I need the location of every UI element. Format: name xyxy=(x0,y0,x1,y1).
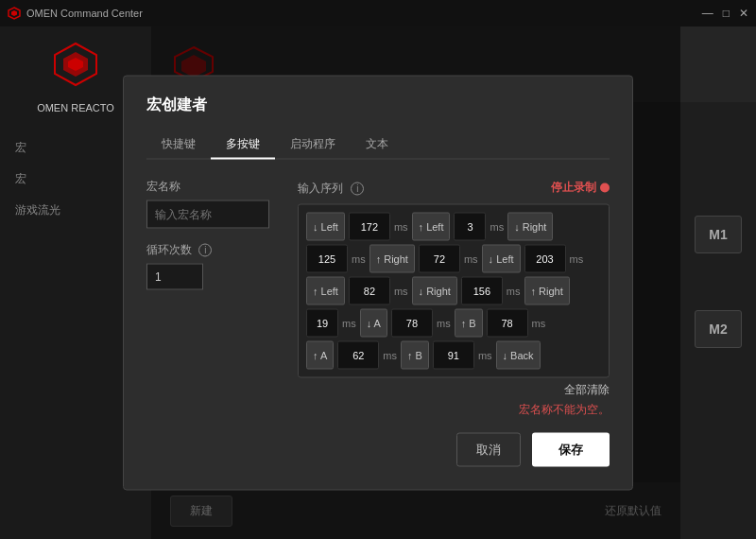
seq-row-3: ↑ Left ms ↓ Right ms ↑ Right xyxy=(306,277,601,305)
app-body: OMEN REACTO 宏 宏 游戏流光 M1 M2 新建 还原默认值 宏创建者 xyxy=(0,26,756,539)
m2-button[interactable]: M2 xyxy=(695,310,742,348)
loop-count-input[interactable] xyxy=(146,264,203,290)
cancel-button[interactable]: 取消 xyxy=(456,433,521,467)
title-bar-left: OMEN Command Center xyxy=(8,7,143,20)
key-up-left-1[interactable]: ↑ Left xyxy=(412,213,451,241)
tab-launch[interactable]: 启动程序 xyxy=(275,130,351,160)
ms-label-1: ms xyxy=(394,221,408,233)
key-down-left-2[interactable]: ↓ Left xyxy=(482,245,521,273)
ms-label-6: ms xyxy=(394,286,408,297)
ms-label-2: ms xyxy=(490,221,504,233)
key-up-b2[interactable]: ↑ B xyxy=(401,341,429,370)
sidebar-brand-text: OMEN REACTO xyxy=(37,102,114,113)
svg-marker-1 xyxy=(11,10,17,16)
key-up-left-2[interactable]: ↑ Left xyxy=(306,277,345,305)
key-up-b[interactable]: ↑ B xyxy=(455,309,483,338)
m1-button[interactable]: M1 xyxy=(695,216,742,253)
maximize-button[interactable]: □ xyxy=(723,7,730,20)
time-3[interactable] xyxy=(454,213,486,241)
ms-label-12: ms xyxy=(478,350,492,361)
dialog-title: 宏创建者 xyxy=(146,96,610,115)
ms-label-9: ms xyxy=(437,318,451,329)
minimize-button[interactable]: — xyxy=(702,7,713,20)
tab-multikey[interactable]: 多按键 xyxy=(211,130,275,160)
seq-row-4: ms ↓ A ms ↑ B ms xyxy=(306,309,601,338)
save-button[interactable]: 保存 xyxy=(532,433,610,467)
ms-label-3: ms xyxy=(352,253,366,265)
dialog-footer: 取消 保存 xyxy=(146,433,610,467)
sidebar-item-label2: 宏 xyxy=(15,171,26,187)
key-down-right-2[interactable]: ↓ Right xyxy=(412,277,457,305)
form-right: 输入序列 i 停止录制 ↓ Left ms ↑ Left xyxy=(298,179,610,418)
sidebar-item-label: 宏 xyxy=(15,140,26,156)
seq-info-icon: i xyxy=(351,183,364,196)
seq-label: 输入序列 i xyxy=(298,179,364,197)
key-up-right-2[interactable]: ↑ Right xyxy=(524,277,570,305)
tab-text[interactable]: 文本 xyxy=(351,130,404,160)
time-203[interactable] xyxy=(524,245,566,273)
ms-label-5: ms xyxy=(570,253,584,265)
ms-label-7: ms xyxy=(507,286,521,297)
seq-header: 输入序列 i 停止录制 xyxy=(298,179,610,197)
dialog-tab-bar: 快捷键 多按键 启动程序 文本 xyxy=(146,130,610,160)
seq-row-5: ↑ A ms ↑ B ms ↓ Back xyxy=(306,341,601,370)
macro-name-label: 宏名称 xyxy=(146,179,279,195)
time-62[interactable] xyxy=(337,341,379,370)
time-78a[interactable] xyxy=(391,309,433,338)
time-82[interactable] xyxy=(349,277,390,305)
omen-logo-icon xyxy=(52,41,99,88)
sequence-grid: ↓ Left ms ↑ Left ms ↓ Right ms ↑ Right xyxy=(298,204,610,378)
macro-dialog: 宏创建者 快捷键 多按键 启动程序 文本 宏名称 循环次数 i xyxy=(123,76,633,491)
ms-label-8: ms xyxy=(342,318,356,329)
seq-row-1: ↓ Left ms ↑ Left ms ↓ Right xyxy=(306,213,601,241)
sidebar-logo xyxy=(47,36,104,93)
key-down-back[interactable]: ↓ Back xyxy=(496,341,541,370)
time-172[interactable] xyxy=(349,213,390,241)
key-down-right-1[interactable]: ↓ Right xyxy=(507,213,553,241)
key-up-a[interactable]: ↑ A xyxy=(306,341,334,370)
error-message: 宏名称不能为空。 xyxy=(298,402,610,418)
sidebar-gameflow-label: 游戏流光 xyxy=(15,202,60,218)
right-panel: M1 M2 xyxy=(680,102,756,539)
time-91[interactable] xyxy=(433,341,474,370)
tab-shortcut[interactable]: 快捷键 xyxy=(146,130,211,160)
time-19[interactable] xyxy=(306,309,338,338)
time-72[interactable] xyxy=(419,245,460,273)
time-78b[interactable] xyxy=(487,309,528,338)
ms-label-11: ms xyxy=(383,350,397,361)
key-up-right-1[interactable]: ↑ Right xyxy=(369,245,415,273)
title-bar-text: OMEN Command Center xyxy=(26,8,143,19)
seq-row-2: ms ↑ Right ms ↓ Left ms xyxy=(306,245,601,273)
ms-label-10: ms xyxy=(532,318,546,329)
time-125[interactable] xyxy=(306,245,348,273)
form-left: 宏名称 循环次数 i xyxy=(146,179,279,290)
close-button[interactable]: ✕ xyxy=(739,7,748,20)
stop-record-button[interactable]: 停止录制 xyxy=(551,180,610,196)
key-down-a[interactable]: ↓ A xyxy=(360,309,387,338)
clear-all-button[interactable]: 全部清除 xyxy=(298,382,610,398)
time-156[interactable] xyxy=(461,277,503,305)
ms-label-4: ms xyxy=(464,253,478,265)
loop-info-icon: i xyxy=(198,244,212,257)
title-bar: OMEN Command Center — □ ✕ xyxy=(0,0,756,26)
loop-count-label: 循环次数 i xyxy=(146,242,279,258)
form-row: 宏名称 循环次数 i 输入序列 i 停止录制 xyxy=(146,179,610,418)
title-bar-controls: — □ ✕ xyxy=(702,7,748,20)
key-down-left-1[interactable]: ↓ Left xyxy=(306,213,345,241)
stop-dot-icon xyxy=(600,183,610,192)
macro-name-input[interactable] xyxy=(146,200,269,229)
stop-label: 停止录制 xyxy=(551,180,596,196)
app-icon xyxy=(8,7,21,20)
